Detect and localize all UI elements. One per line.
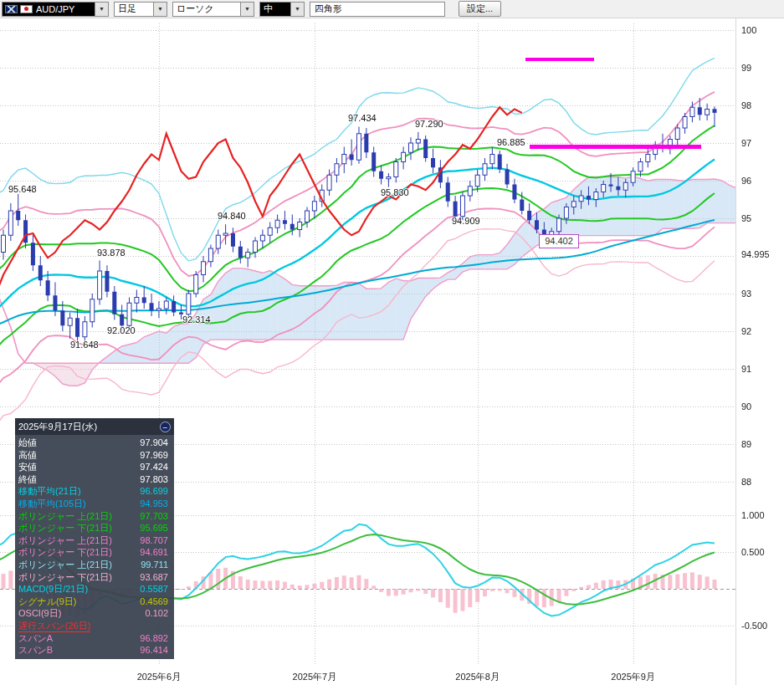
panel-row-value: 0.102 <box>145 607 168 620</box>
price-peak-label: 94.909 <box>452 216 480 226</box>
drawn-horizontal-line[interactable] <box>530 145 701 149</box>
x-axis-label: 2025年8月 <box>450 671 505 683</box>
panel-row-label: 移動平均(21日) <box>18 485 81 498</box>
panel-row-label: シグナル(9日) <box>18 596 76 608</box>
chart-type-select[interactable]: ローソク ▼ <box>172 2 254 17</box>
y-axis-label: 96 <box>741 176 751 186</box>
chevron-down-icon[interactable]: ▼ <box>153 3 167 16</box>
panel-row-label: OSCI(9日) <box>18 607 61 620</box>
timeframe-label: 日足 <box>115 3 153 15</box>
price-peak-label: 95.830 <box>381 187 409 197</box>
price-peak-label: 97.290 <box>415 119 443 129</box>
panel-row: ボリンジャー 上(21日)98.707 <box>15 534 174 547</box>
minimize-button[interactable]: − <box>160 422 171 432</box>
chevron-down-icon[interactable]: ▼ <box>240 3 254 16</box>
settings-button[interactable]: 設定... <box>459 1 501 17</box>
panel-row-label: 高値 <box>18 449 37 462</box>
panel-row-label: ボリンジャー 下(21日) <box>18 546 112 559</box>
price-peak-label: 91.648 <box>70 340 99 350</box>
fx-chart-application: AUD/JPY ▼ 日足 ▼ ローソク ▼ 中 ▼ 四角形 設定... 2025… <box>0 0 784 685</box>
drawing-tool-label: 四角形 <box>315 3 342 15</box>
y-axis-label: 88 <box>741 477 751 487</box>
panel-row-value: 95.695 <box>140 522 168 534</box>
drawn-horizontal-line[interactable] <box>525 58 594 61</box>
panel-row-label: ボリンジャー 上(21日) <box>18 559 112 571</box>
panel-row: MACD(9日/21日)0.5587 <box>15 583 174 596</box>
chart-type-label: ローソク <box>173 3 240 15</box>
panel-row-label: ボリンジャー 上(21日) <box>18 534 112 547</box>
panel-row: 遅行スパン(26日) <box>15 620 174 632</box>
chevron-down-icon[interactable]: ▼ <box>95 3 108 16</box>
y-axis-label: 93 <box>741 289 751 299</box>
price-peak-label: 92.314 <box>182 314 211 325</box>
price-peak-label: 92.020 <box>107 325 136 335</box>
currency-pair-label: AUD/JPY <box>33 4 95 14</box>
panel-row: ボリンジャー 下(21日)94.691 <box>15 546 174 559</box>
panel-row-value: 0.4569 <box>140 596 168 608</box>
panel-row: ボリンジャー 上(21日)97.703 <box>15 510 174 523</box>
toolbar: AUD/JPY ▼ 日足 ▼ ローソク ▼ 中 ▼ 四角形 設定... <box>0 0 784 18</box>
panel-row-value: 0.5587 <box>140 583 168 596</box>
drawing-tool-field[interactable]: 四角形 <box>310 2 445 17</box>
x-axis-label: 2025年7月 <box>287 671 342 683</box>
panel-rows: 始値97.904高値97.969安値97.424終値97.803移動平均(21日… <box>15 435 174 659</box>
panel-row: ボリンジャー 上(21日)99.711 <box>15 559 174 571</box>
panel-row-label: 遅行スパン(26日) <box>18 620 90 632</box>
line-thickness-label: 中 <box>260 3 290 15</box>
y-axis-label: 92 <box>741 326 751 336</box>
x-axis-label: 2025年6月 <box>131 671 187 683</box>
panel-row-label: ボリンジャー 下(21日) <box>18 522 112 534</box>
y-axis-label: 99 <box>741 63 751 73</box>
panel-row: スパンA96.892 <box>15 632 174 645</box>
currency-pair-select[interactable]: AUD/JPY ▼ <box>2 2 109 17</box>
chevron-down-icon[interactable]: ▼ <box>290 3 304 16</box>
macd-axis-label: 0.500 <box>741 547 765 557</box>
panel-row-value: 96.699 <box>140 485 168 498</box>
panel-row: スパンB96.414 <box>15 644 174 657</box>
panel-row: OSCI(9日)0.102 <box>15 607 174 620</box>
price-peak-label: 94.840 <box>218 211 246 221</box>
macd-axis-label: 1.000 <box>741 510 765 520</box>
panel-row: シグナル(9日)0.4569 <box>15 596 174 608</box>
panel-row-label: 始値 <box>18 437 37 449</box>
y-axis-label: 97 <box>741 138 751 148</box>
panel-row-value: 93.687 <box>140 571 168 584</box>
y-axis-label: 100 <box>741 25 756 35</box>
y-axis-label: 98 <box>741 100 751 110</box>
panel-row: ボリンジャー 下(21日)95.695 <box>15 522 174 534</box>
panel-row-label: ボリンジャー 上(21日) <box>18 510 112 523</box>
panel-row: 終値97.803 <box>15 473 174 486</box>
price-peak-label: 96.885 <box>497 137 525 147</box>
line-thickness-select[interactable]: 中 ▼ <box>259 2 305 17</box>
panel-row-value: 97.904 <box>140 437 168 449</box>
panel-row-label: 移動平均(105日) <box>18 498 86 510</box>
panel-row: 始値97.904 <box>15 437 174 449</box>
panel-row: 移動平均(105日)94.953 <box>15 498 174 510</box>
japan-flag-icon <box>20 5 33 13</box>
australia-flag-icon <box>5 5 18 13</box>
y-axis-label: 91 <box>741 364 751 374</box>
panel-row-value: 97.803 <box>140 473 168 486</box>
panel-row-value: 97.969 <box>140 449 168 462</box>
panel-row: 高値97.969 <box>15 449 174 462</box>
price-peak-label: 97.434 <box>348 113 377 123</box>
x-axis-label: 2025年9月 <box>606 671 661 683</box>
y-axis-label: 94.995 <box>741 249 770 259</box>
chart-area: 2025年9月17日(水) − 始値97.904高値97.969安値97.424… <box>0 18 784 685</box>
panel-row: ボリンジャー 下(21日)93.687 <box>15 571 174 584</box>
macd-axis-label: -0.500 <box>741 621 767 631</box>
panel-row-value: 96.892 <box>140 632 168 645</box>
panel-row: 移動平均(21日)96.699 <box>15 485 174 498</box>
price-annotation-flag[interactable]: 94.402 <box>539 234 579 248</box>
price-peak-label: 95.648 <box>8 184 37 194</box>
panel-row-value: 97.424 <box>140 461 168 473</box>
y-axis-label: 89 <box>741 439 751 449</box>
panel-row-value: 97.703 <box>140 510 168 523</box>
panel-row-label: 安値 <box>18 461 37 473</box>
panel-row-label: ボリンジャー 下(21日) <box>18 571 112 584</box>
panel-row-value: 94.953 <box>140 498 168 510</box>
panel-row-label: スパンA <box>18 632 53 645</box>
panel-row-value: 98.707 <box>140 534 168 547</box>
timeframe-select[interactable]: 日足 ▼ <box>114 2 167 17</box>
panel-row-value: 94.691 <box>140 546 168 559</box>
